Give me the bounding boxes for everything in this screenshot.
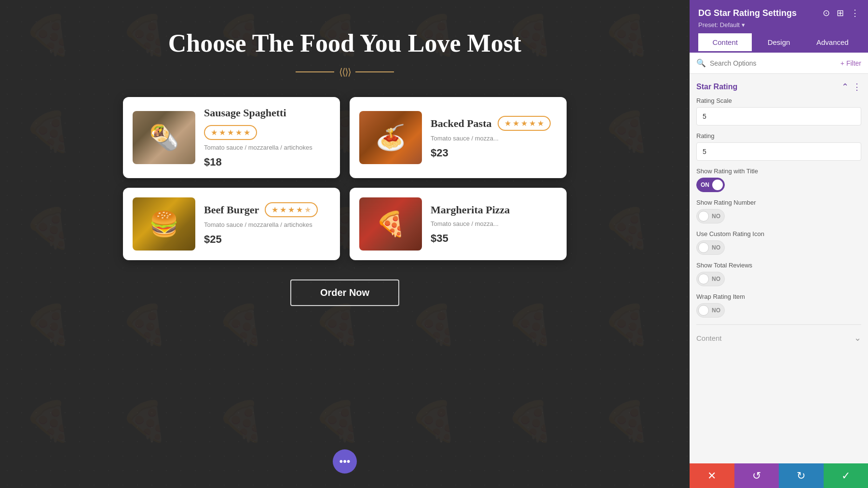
food-card-sausage: 🌯 Sausage Spaghetti ★ ★ ★ ★ ★ Tomato sau…: [123, 97, 340, 178]
more-icon[interactable]: ⋮: [851, 8, 859, 18]
rating-label: Rating: [696, 132, 861, 139]
panel-title: DG Star Rating Settings: [698, 8, 797, 18]
rating-scale-field: Rating Scale: [696, 97, 861, 125]
redo-icon: ↻: [797, 470, 805, 482]
page-title: Choose The Food You Love Most: [168, 29, 521, 57]
show-rating-number-label: Show Rating Number: [696, 199, 861, 206]
toggle-on-label: ON: [701, 181, 709, 188]
toggle-off-wrap-rating[interactable]: NO: [696, 303, 725, 318]
food-desc-burger: Tomato sauce / mozzarella / artichokes: [204, 221, 330, 228]
wrap-rating-item-label: Wrap Rating Item: [696, 293, 861, 300]
star-1: ★: [211, 128, 217, 137]
custom-icon-toggle: NO: [696, 240, 861, 255]
toggle-off-total-reviews[interactable]: NO: [696, 272, 725, 286]
order-now-button[interactable]: Order Now: [290, 279, 399, 306]
food-price-burger: $25: [204, 233, 330, 246]
food-info-burger: Beef Burger ★ ★ ★ ★ ★ Tomato sauce / moz…: [204, 202, 330, 246]
food-info-pizza: Margherita Pizza Tomato sauce / mozza...…: [431, 204, 557, 245]
undo-button[interactable]: ↺: [734, 463, 779, 488]
food-grid: 🌯 Sausage Spaghetti ★ ★ ★ ★ ★ Tomato sau…: [123, 97, 567, 260]
custom-icon-field: Use Custom Rating Icon NO: [696, 230, 861, 255]
cancel-button[interactable]: ✕: [690, 463, 734, 488]
rating-field: Rating: [696, 132, 861, 161]
layout-icon[interactable]: ⊞: [837, 8, 844, 18]
toggle-off-label-3: NO: [712, 276, 720, 282]
food-desc-sausage: Tomato sauce / mozzarella / artichokes: [204, 144, 330, 151]
food-price-sausage: $18: [204, 156, 330, 168]
star-b4: ★: [296, 205, 303, 214]
custom-icon-label: Use Custom Rating Icon: [696, 230, 861, 237]
toggle-off-label-1: NO: [712, 213, 720, 220]
redo-button[interactable]: ↻: [779, 463, 824, 488]
panel-header: DG Star Rating Settings ⊙ ⊞ ⋮ Preset: De…: [690, 0, 868, 53]
cancel-icon: ✕: [707, 470, 716, 482]
content-chevron-icon: ⌄: [854, 333, 861, 343]
food-info-pasta: Backed Pasta ★ ★ ★ ★ ★ Tomato sauce / mo…: [431, 116, 557, 159]
food-card-pasta: 🍝 Backed Pasta ★ ★ ★ ★ ★ Tomato sauce / …: [350, 97, 567, 178]
divider-line-right: [355, 71, 394, 72]
rating-input[interactable]: [696, 142, 861, 161]
wrap-rating-item-field: Wrap Rating Item NO: [696, 293, 861, 318]
food-card-burger: 🍔 Beef Burger ★ ★ ★ ★ ★ Tomato sauce / m…: [123, 188, 340, 260]
star-p3: ★: [521, 119, 528, 128]
food-info-sausage: Sausage Spaghetti ★ ★ ★ ★ ★ Tomato sauce…: [204, 107, 330, 168]
order-btn-wrap: Order Now: [290, 279, 399, 306]
section-dots-icon[interactable]: ⋮: [853, 82, 861, 92]
toggle-handle-off-1: [698, 211, 709, 222]
food-name-sausage: Sausage Spaghetti: [204, 107, 286, 119]
toggle-off-rating-number[interactable]: NO: [696, 209, 725, 223]
toggle-handle-off-4: [698, 305, 709, 316]
rating-scale-input[interactable]: [696, 107, 861, 125]
star-2: ★: [219, 128, 226, 137]
title-divider: ⟨⟨⟩⟩: [296, 66, 394, 78]
star-3: ★: [227, 128, 234, 137]
star-badge-sausage: ★ ★ ★ ★ ★: [204, 125, 257, 140]
food-name-burger: Beef Burger: [204, 204, 259, 216]
panel-preset[interactable]: Preset: Default ▾: [698, 21, 859, 28]
show-rating-title-field: Show Rating with Title ON: [696, 167, 861, 192]
food-desc-pasta: Tomato sauce / mozza...: [431, 135, 557, 142]
content-section-label: Content: [696, 334, 722, 342]
food-image-burger: 🍔: [133, 197, 195, 251]
food-price-pizza: $35: [431, 232, 557, 245]
toggle-off-custom-icon[interactable]: NO: [696, 240, 725, 255]
show-rating-title-toggle: ON: [696, 178, 861, 192]
tab-design[interactable]: Design: [752, 33, 805, 53]
toggle-off-label-2: NO: [712, 244, 720, 251]
show-rating-number-field: Show Rating Number NO: [696, 199, 861, 223]
show-rating-number-toggle: NO: [696, 209, 861, 223]
content-section-collapsed[interactable]: Content ⌄: [696, 324, 861, 348]
bottom-toolbar: ✕ ↺ ↻ ✓: [690, 463, 868, 488]
panel-content: Star Rating ⌃ ⋮ Rating Scale Rating Show…: [690, 74, 868, 463]
wrap-rating-item-toggle: NO: [696, 303, 861, 318]
filter-button[interactable]: + Filter: [841, 59, 861, 67]
toggle-off-label-4: NO: [712, 307, 720, 314]
settings-icon[interactable]: ⊙: [823, 8, 830, 18]
show-rating-title-label: Show Rating with Title: [696, 167, 861, 175]
panel-title-row: DG Star Rating Settings ⊙ ⊞ ⋮: [698, 8, 859, 18]
star-5: ★: [244, 128, 250, 137]
food-name-pizza: Margherita Pizza: [431, 204, 510, 216]
show-total-reviews-toggle: NO: [696, 272, 861, 286]
search-input[interactable]: [710, 59, 837, 67]
food-desc-pizza: Tomato sauce / mozza...: [431, 220, 557, 227]
food-image-pasta: 🍝: [359, 111, 422, 164]
star-4: ★: [235, 128, 242, 137]
food-name-row-burger: Beef Burger ★ ★ ★ ★ ★: [204, 202, 330, 217]
collapse-icon[interactable]: ⌃: [841, 82, 849, 92]
search-icon: 🔍: [696, 58, 706, 68]
tab-advanced[interactable]: Advanced: [806, 33, 859, 53]
star-rating-section-header: Star Rating ⌃ ⋮: [696, 74, 861, 97]
food-price-pasta: $23: [431, 147, 557, 159]
star-b5-half: ★: [304, 205, 311, 214]
toggle-handle-on: [712, 180, 723, 190]
panel-search-bar: 🔍 + Filter: [690, 53, 868, 74]
star-p4: ★: [529, 119, 536, 128]
toggle-on-active[interactable]: ON: [696, 178, 725, 192]
fab-button[interactable]: •••: [333, 449, 357, 474]
toggle-handle-off-2: [698, 242, 709, 253]
save-button[interactable]: ✓: [824, 463, 868, 488]
tab-content[interactable]: Content: [698, 33, 752, 53]
section-title-star-rating: Star Rating: [696, 83, 737, 91]
food-image-sausage: 🌯: [133, 111, 195, 164]
